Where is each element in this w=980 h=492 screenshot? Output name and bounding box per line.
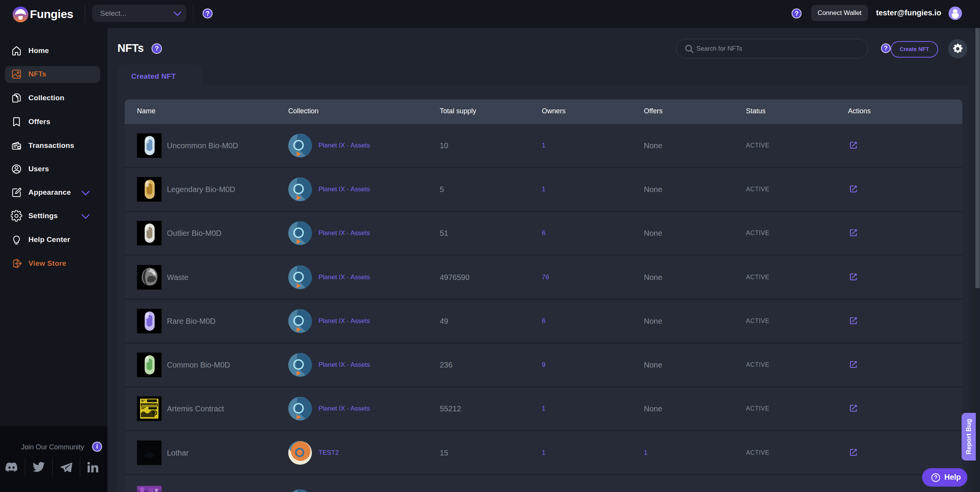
svg-text:F: F [155, 488, 158, 492]
